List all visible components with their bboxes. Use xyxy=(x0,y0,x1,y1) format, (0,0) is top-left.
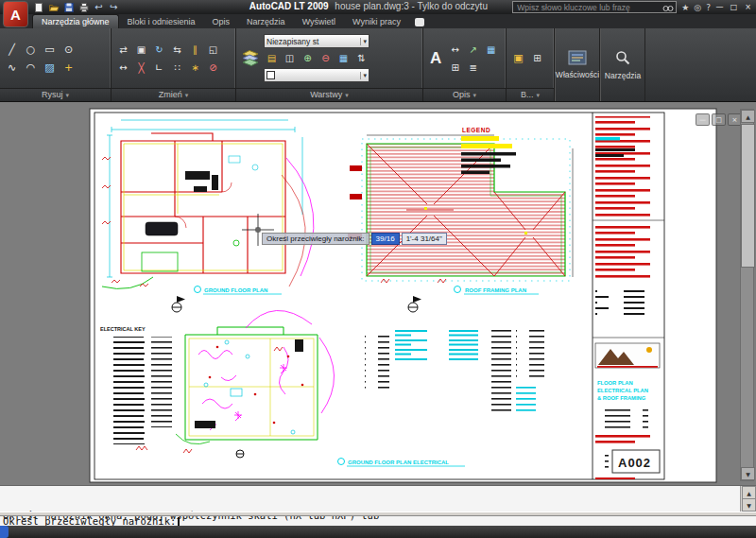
block-tool-icon[interactable]: ▣ xyxy=(510,50,526,66)
command-scroll-up-icon[interactable]: ▲ xyxy=(742,486,756,499)
layer-on-tool-icon[interactable]: ⊕ xyxy=(300,50,316,66)
command-line-window: Określ narożnik okna, podaj współczynnik… xyxy=(0,485,756,526)
vertical-scrollbar[interactable]: ▲ ▼ xyxy=(740,109,754,481)
panel-label-text: B... xyxy=(521,90,534,99)
draw-more-tool-icon[interactable]: + xyxy=(60,60,77,76)
arc-tool-icon[interactable]: ◠ xyxy=(23,60,39,76)
layer-off-tool-icon[interactable]: ⊖ xyxy=(318,50,334,66)
leader-tool-icon[interactable]: ↗ xyxy=(465,42,481,58)
title-bar: A ↩ ↪ AutoCAD LT 2009 house plan.dwg:3 -… xyxy=(0,0,756,14)
ribbon-options-icon[interactable] xyxy=(415,18,424,26)
properties-button[interactable]: Właściwości xyxy=(555,28,600,101)
point-tool-icon[interactable]: ⊙ xyxy=(60,42,77,58)
stretch-tool-icon[interactable]: ↔ xyxy=(115,60,131,76)
quick-access-toolbar: ↩ ↪ xyxy=(32,1,120,13)
ribbon-tab-bar: Narzędzia główne Bloki i odniesienia Opi… xyxy=(0,14,756,28)
panel-label-warstwy[interactable]: Warstwy▾ xyxy=(236,88,422,101)
binoculars-search-icon[interactable] xyxy=(662,0,674,16)
new-file-icon[interactable] xyxy=(32,1,44,13)
layer-match-tool-icon[interactable]: ◫ xyxy=(282,50,298,66)
taskbar-fragment xyxy=(0,526,9,538)
panel-label-rysuj[interactable]: Rysuj▾ xyxy=(0,88,111,101)
drawing-area[interactable]: LEGEND GROUND FLOOR PLAN ROOF FRAMING PL… xyxy=(0,101,756,485)
menu-browser-button[interactable]: A xyxy=(3,1,28,27)
tab-wyniki-pracy[interactable]: Wyniki pracy xyxy=(344,15,409,28)
panel-label-bloki[interactable]: B...▾ xyxy=(507,88,554,101)
document-title: house plan.dwg:3 - Tylko do odczytu xyxy=(335,1,488,11)
layer-isolate-tool-icon[interactable]: ▦ xyxy=(335,50,352,66)
window-title: AutoCAD LT 2009 house plan.dwg:3 - Tylko… xyxy=(249,1,488,11)
move-tool-icon[interactable]: ⇄ xyxy=(115,42,131,58)
panel-expand-icon: ▾ xyxy=(185,92,189,99)
undo-icon[interactable]: ↩ xyxy=(93,1,105,13)
scale-tool-icon[interactable]: ◱ xyxy=(205,42,221,58)
layer-previous-tool-icon[interactable]: ⇅ xyxy=(353,50,369,66)
panel-warstwy: Niezapisany st ▾ ▤ ◫ ⊕ ⊖ ▦ ⇅ ▾ xyxy=(236,28,423,101)
rectangle-tool-icon[interactable]: ▭ xyxy=(42,42,58,58)
favorites-star-icon[interactable]: ★ xyxy=(681,3,689,12)
mtext-tool-icon[interactable]: ≣ xyxy=(465,60,481,76)
dynamic-input-y-field[interactable]: 1'-4 31/64" xyxy=(402,233,447,245)
fillet-tool-icon[interactable]: ∟ xyxy=(151,60,167,76)
multiline-text-icon[interactable]: A xyxy=(427,49,444,68)
mirror-tool-icon[interactable]: ⇆ xyxy=(169,42,185,58)
tab-bloki-i-odniesienia[interactable]: Bloki i odniesienia xyxy=(119,15,204,28)
open-file-icon[interactable] xyxy=(47,1,60,13)
tools-label: Narzędzia xyxy=(605,71,641,80)
panel-label-zmien[interactable]: Zmień▾ xyxy=(112,88,235,101)
doc-minimize-button[interactable]: — xyxy=(696,113,710,126)
circle-tool-icon[interactable]: ○ xyxy=(23,42,39,58)
doc-restore-button[interactable]: □ xyxy=(712,113,726,126)
array-tool-icon[interactable]: ∷ xyxy=(169,60,185,76)
layer-dropdown[interactable]: ▾ xyxy=(264,68,369,82)
tab-narzedzia[interactable]: Narzędzia xyxy=(238,15,294,28)
close-button[interactable]: × xyxy=(742,1,754,12)
tab-narzedzia-glowne[interactable]: Narzędzia główne xyxy=(32,14,119,28)
scroll-down-button[interactable]: ▼ xyxy=(741,467,755,480)
magnifier-icon xyxy=(614,49,631,68)
dim-style-tool-icon[interactable]: ⊞ xyxy=(447,60,463,76)
redo-icon[interactable]: ↪ xyxy=(108,1,120,13)
command-history[interactable]: Określ narożnik okna, podaj współczynnik… xyxy=(3,487,739,511)
document-window-controls: — □ × xyxy=(696,113,742,126)
minimize-button[interactable]: — xyxy=(713,1,726,12)
command-scrollbar[interactable]: ▲ ▼ xyxy=(740,486,756,512)
restore-button[interactable]: □ xyxy=(728,1,740,12)
help-icon[interactable]: ? xyxy=(706,3,711,12)
layer-state-dropdown[interactable]: Niezapisany st ▾ xyxy=(264,34,369,48)
hatch-tool-icon[interactable]: ▨ xyxy=(42,60,58,76)
search-input[interactable] xyxy=(515,2,662,13)
dynamic-input-prompt: Określ przeciwległy narożnik: xyxy=(262,233,369,245)
tab-opis[interactable]: Opis xyxy=(204,15,239,28)
offset-tool-icon[interactable]: ∥ xyxy=(187,42,203,58)
scroll-up-button[interactable]: ▲ xyxy=(741,110,755,123)
table-tool-icon[interactable]: ▦ xyxy=(483,42,499,58)
erase-tool-icon[interactable]: ⊘ xyxy=(205,60,221,76)
polyline-tool-icon[interactable]: ∿ xyxy=(4,60,20,76)
rotate-tool-icon[interactable]: ↻ xyxy=(151,42,167,58)
line-tool-icon[interactable]: ╱ xyxy=(4,42,20,58)
cad-drawing-canvas[interactable]: LEGEND GROUND FLOOR PLAN ROOF FRAMING PL… xyxy=(0,101,756,485)
ground-floor-electrical-label: GROUND FLOOR PLAN ELECTRICAL xyxy=(348,460,449,465)
dimension-tool-icon[interactable]: ↔ xyxy=(447,42,463,58)
trim-tool-icon[interactable]: ╳ xyxy=(133,60,149,76)
panel-label-text: Opis xyxy=(453,90,471,99)
comm-center-icon[interactable]: ◎ xyxy=(694,3,701,12)
copy-tool-icon[interactable]: ▣ xyxy=(133,42,149,58)
save-icon[interactable] xyxy=(62,1,75,13)
insert-block-tool-icon[interactable]: ⊞ xyxy=(529,50,545,66)
layer-properties-icon[interactable] xyxy=(240,47,261,70)
search-box[interactable] xyxy=(512,1,677,13)
dynamic-input-x-field[interactable]: 39/16 xyxy=(371,233,400,245)
sheet-title-line2: ELECTRICAL PLAN xyxy=(597,388,648,393)
plot-icon[interactable] xyxy=(77,1,90,13)
layer-props-tool-icon[interactable]: ▤ xyxy=(264,50,280,66)
tab-wyswietl[interactable]: Wyświetl xyxy=(294,15,344,28)
panel-expand-icon: ▾ xyxy=(537,92,541,99)
scrollbar-thumb[interactable] xyxy=(741,124,755,268)
tools-button[interactable]: Narzędzia xyxy=(600,28,645,101)
ribbon-right-buttons: Właściwości Narzędzia xyxy=(555,28,645,101)
panel-label-opis[interactable]: Opis▾ xyxy=(423,88,506,101)
command-scroll-down-icon[interactable]: ▼ xyxy=(742,498,756,512)
explode-tool-icon[interactable]: ∗ xyxy=(187,60,203,76)
